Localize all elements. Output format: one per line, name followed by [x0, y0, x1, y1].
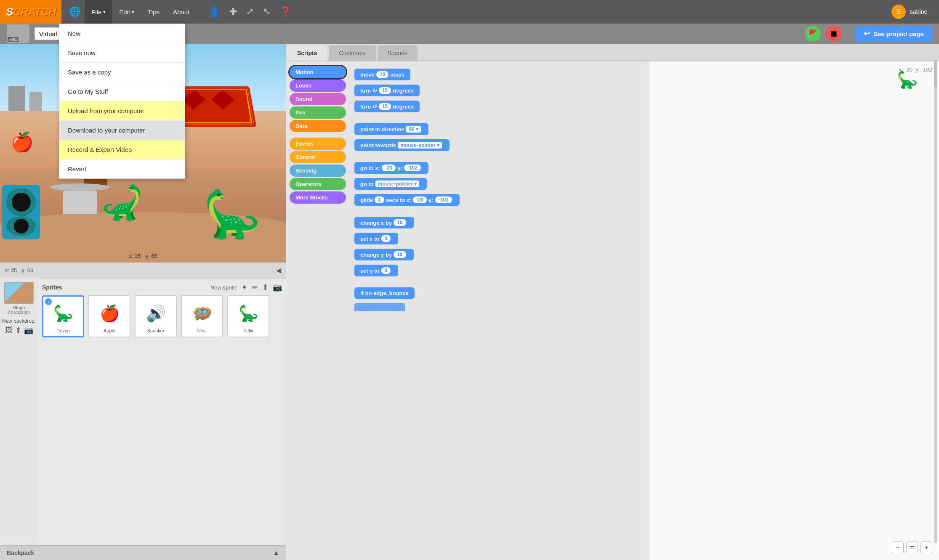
camera-sprite-icon[interactable]: 📷: [273, 283, 282, 292]
block-point-direction[interactable]: point in direction 90 ▾: [354, 123, 428, 135]
plus-icon[interactable]: ✚: [229, 6, 237, 17]
sprite-thumb-felix: 🦕: [234, 300, 263, 327]
block-turn-ccw[interactable]: turn ↺ 15 degrees: [354, 101, 420, 112]
block-set-x[interactable]: set x to 0: [354, 233, 398, 244]
block-if-on-edge[interactable]: if on edge, bounce: [354, 287, 415, 299]
profile-icon[interactable]: 👤: [209, 6, 220, 17]
sprite-item-felix[interactable]: 🦕 Felix: [227, 295, 269, 337]
block-partial[interactable]: [354, 303, 405, 311]
sprites-title: Sprites: [42, 284, 62, 291]
block-go-to-xy[interactable]: go to x: -20 y: -102: [354, 162, 428, 174]
info-badge[interactable]: i: [45, 298, 52, 305]
categories-panel: Motion Looks Sound Pen Data Events Contr…: [286, 61, 349, 560]
green-flag-button[interactable]: 🚩: [805, 26, 821, 42]
help-icon[interactable]: ❓: [280, 6, 291, 17]
block-turn-cw[interactable]: turn ↻ 15 degrees: [354, 85, 420, 96]
menu-tips[interactable]: Tips: [141, 0, 166, 24]
stage-controls: x: 35 y: 66 ◀: [0, 263, 286, 278]
sprite-item-apple[interactable]: 🍎 Apple: [88, 295, 130, 337]
project-thumbnail: v461: [7, 24, 29, 43]
sprite-icons: ✦ ✏ ⬆ 📷: [241, 283, 282, 292]
camera-backdrop-icon[interactable]: 📷: [24, 326, 33, 335]
scripts-panel: Scripts Costumes Sounds Motion Looks Sou…: [286, 44, 939, 560]
collapse-icon[interactable]: ◀: [276, 266, 281, 274]
stage-label: Stage: [13, 305, 25, 310]
sprite-item-nest[interactable]: 🪺 Nest: [181, 295, 223, 337]
tab-costumes[interactable]: Costumes: [329, 45, 375, 61]
stage-backdrop: 2 backdrops: [8, 310, 30, 315]
tab-scripts[interactable]: Scripts: [287, 45, 327, 61]
version-number: v461: [8, 37, 19, 42]
sprite-thumb-devon: 🦕: [48, 300, 78, 327]
upload-backdrop-icon[interactable]: ⬆: [15, 326, 21, 335]
sprite-item-speaker[interactable]: 🔊 Speaker: [135, 295, 177, 337]
sprites-panel: Sprites New sprite: ✦ ✏ ⬆ 📷 i: [38, 278, 286, 545]
category-sound[interactable]: Sound: [290, 93, 346, 105]
category-operators[interactable]: Operators: [290, 178, 346, 190]
category-motion[interactable]: Motion: [290, 66, 346, 78]
sprite-thumb-speaker: 🔊: [141, 300, 170, 327]
see-project-button[interactable]: ↩ See project page: [855, 26, 932, 42]
category-sensing[interactable]: Sensing: [290, 165, 346, 177]
upload-sprite-icon[interactable]: ⬆: [262, 283, 269, 292]
zoom-in-button[interactable]: +: [920, 541, 932, 553]
blocks-list: move 10 steps turn ↻ 15 degrees turn ↺ 1…: [349, 61, 649, 560]
backpack-label: Backpack: [7, 549, 34, 556]
category-more[interactable]: More Blocks: [290, 191, 346, 204]
sprites-header: Sprites New sprite: ✦ ✏ ⬆ 📷: [42, 283, 282, 292]
scratch-logo[interactable]: SCRATCH: [0, 0, 61, 24]
dino-small-icon: 🦕: [897, 70, 918, 90]
menu-new[interactable]: New: [59, 24, 185, 43]
zoom-reset-button[interactable]: =: [906, 541, 918, 553]
block-point-towards[interactable]: point towards mouse-pointer ▾: [354, 139, 450, 151]
menu-save-now[interactable]: Save now: [59, 43, 185, 63]
menu-my-stuff[interactable]: Go to My Stuff: [59, 82, 185, 101]
category-control[interactable]: Control: [290, 151, 346, 163]
coordinates-display: x: 35 y: 66: [5, 267, 33, 273]
block-set-y[interactable]: set y to 0: [354, 265, 398, 276]
category-events[interactable]: Events: [290, 138, 346, 150]
menu-upload[interactable]: Upload from your computer: [59, 101, 185, 121]
block-change-y[interactable]: change y by 10: [354, 249, 414, 260]
shrink-icon[interactable]: ⤡: [263, 6, 271, 17]
choose-sprite-icon[interactable]: ✦: [241, 283, 247, 292]
user-avatar: S: [891, 5, 906, 19]
zoom-out-button[interactable]: −: [892, 541, 904, 553]
backpack[interactable]: Backpack ▲: [0, 545, 286, 560]
tab-sounds[interactable]: Sounds: [378, 45, 418, 61]
category-data[interactable]: Data: [290, 120, 346, 132]
paint-sprite-icon[interactable]: ✏: [252, 283, 258, 292]
category-looks[interactable]: Looks: [290, 80, 346, 92]
menu-download[interactable]: Download to your computer: [59, 121, 185, 140]
block-move[interactable]: move 10 steps: [354, 69, 410, 80]
panel-tabs: Scripts Costumes Sounds: [286, 44, 939, 61]
menu-revert[interactable]: Revert: [59, 159, 185, 178]
menu-record-export[interactable]: Record & Export Video: [59, 140, 185, 159]
backdrop-icons: 🖼 ⬆ 📷: [5, 326, 33, 335]
block-change-x[interactable]: change x by 10: [354, 217, 414, 228]
topbar: SCRATCH 🌐 File ▾ Edit ▾ Tips About 👤 ✚ ⤢…: [0, 0, 939, 24]
scripts-canvas[interactable]: x: -20 y: -102 🦕 − = +: [649, 61, 939, 560]
globe-icon[interactable]: 🌐: [69, 6, 80, 17]
sprite-item-devon[interactable]: i 🦕 Devon: [42, 295, 84, 337]
block-go-to[interactable]: go to mouse-pointer ▾: [354, 178, 427, 190]
username[interactable]: sabine_: [910, 8, 931, 15]
stop-button[interactable]: ⏹: [826, 26, 842, 42]
sprite-name-nest: Nest: [197, 328, 207, 333]
block-glide[interactable]: glide 1 secs to x: -20 y: -102: [354, 194, 460, 206]
file-dropdown: New Save now Save as a copy Go to My Stu…: [59, 24, 185, 179]
expand-icon[interactable]: ⤢: [246, 6, 254, 17]
menu-edit[interactable]: Edit ▾: [112, 0, 141, 24]
menu-save-copy[interactable]: Save as a copy: [59, 63, 185, 82]
category-pen[interactable]: Pen: [290, 106, 346, 119]
menu-about[interactable]: About: [166, 0, 196, 24]
stage-coords: x: 35 y: 66: [129, 253, 157, 259]
menu-file[interactable]: File ▾: [85, 0, 112, 24]
stage-thumbnail[interactable]: [4, 282, 34, 304]
sprite-name-devon: Devon: [56, 328, 70, 333]
sprite-name-apple: Apple: [104, 328, 115, 333]
zoom-controls: − = +: [892, 541, 932, 553]
paint-backdrop-icon[interactable]: 🖼: [5, 326, 13, 335]
new-backdrop-label: New backdrop:: [2, 318, 36, 324]
sprite-name-felix: Felix: [243, 328, 253, 333]
